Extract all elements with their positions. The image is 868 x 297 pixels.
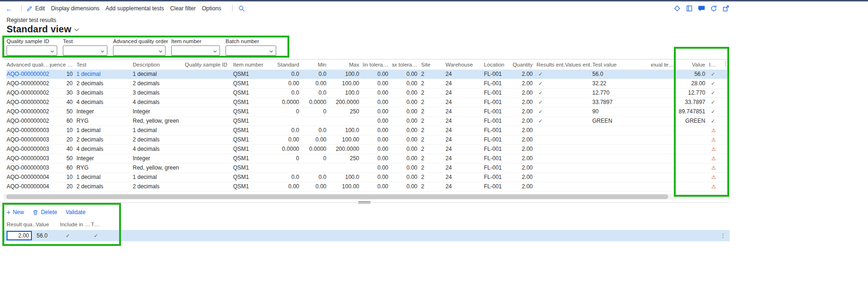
- toolbar-item-clear-filter[interactable]: Clear filter: [170, 5, 196, 12]
- register-test-results-page: ← Edit Display dimensionsAdd supplementa…: [0, 0, 868, 297]
- splitter-grip[interactable]: [358, 200, 370, 205]
- cell-aqo: AQO-000000002: [7, 107, 50, 116]
- column-header-t[interactable]: T…: [91, 222, 112, 227]
- table-row[interactable]: AQO-000000002404 decimals4 decimalsQSM10…: [7, 97, 730, 107]
- cell-aqo: AQO-000000002: [7, 79, 50, 88]
- column-header-site[interactable]: Site: [421, 62, 445, 67]
- column-header-test[interactable]: Test: [76, 62, 133, 67]
- column-header-quantity[interactable]: Quantity: [509, 62, 536, 67]
- filter-combo-advanced-quality-order[interactable]: [113, 45, 166, 56]
- cell-qsid: [185, 89, 233, 97]
- column-header-include-in[interactable]: Include in …: [60, 222, 91, 227]
- column-header-item-number[interactable]: Item number: [233, 62, 276, 67]
- cell-resent: [536, 135, 565, 144]
- table-row[interactable]: AQO-000000002303 decimals3 decimalsQSM10…: [7, 88, 730, 97]
- cell-standard: 0.0: [276, 70, 303, 79]
- cell-value: [678, 135, 709, 144]
- view-selector[interactable]: Standard view: [7, 24, 78, 35]
- test-link[interactable]: 1 decimal: [76, 70, 133, 79]
- diamond-icon[interactable]: [673, 5, 681, 13]
- grid-options-icon[interactable]: ⋮: [723, 60, 729, 67]
- cell-aqo: AQO-000000003: [7, 145, 50, 154]
- table-row[interactable]: AQO-000000002202 decimals2 decimalsQSM10…: [7, 79, 730, 88]
- cell-desc: 2 decimals: [133, 135, 185, 144]
- result-quantity-input[interactable]: 2.00: [7, 231, 32, 240]
- cell-qty: 2.00: [509, 154, 536, 163]
- cell-desc: Integer: [133, 154, 185, 163]
- filter-combo-batch-number[interactable]: [226, 45, 276, 56]
- details-row[interactable]: 2.0056.0✓✓⋮: [4, 230, 730, 241]
- column-header-standard[interactable]: Standard: [276, 62, 303, 67]
- cell-value: 28.00: [678, 79, 709, 88]
- column-header-test-value[interactable]: Test value: [592, 62, 651, 67]
- column-header-results-ent[interactable]: Results ent…: [536, 62, 565, 67]
- table-row[interactable]: AQO-00000000360RYGRed, yellow, greenQSM1…: [7, 163, 730, 172]
- column-header-value[interactable]: Value: [36, 222, 60, 227]
- column-header-max-tolera[interactable]: Max tolera…: [392, 62, 421, 67]
- column-header-advanced-quali[interactable]: Advanced quali…↑: [7, 62, 50, 67]
- cell-site: 2: [421, 126, 445, 135]
- cell-standard: 0.0000: [276, 145, 303, 154]
- table-row[interactable]: AQO-000000003101 decimal1 decimalQSM10.0…: [7, 126, 730, 135]
- column-header-location[interactable]: Location: [484, 62, 509, 67]
- column-header-sequence[interactable]: Sequence …: [50, 62, 76, 67]
- column-header-description[interactable]: Description: [133, 62, 185, 67]
- table-row[interactable]: AQO-00000000250IntegerIntegerQSM1002500.…: [7, 107, 730, 116]
- cell-min: 0.00: [303, 79, 330, 88]
- chat-icon[interactable]: [697, 5, 705, 13]
- cell-test: 2 decimals: [76, 182, 133, 191]
- pane-splitter[interactable]: [0, 202, 730, 203]
- toolbar-item-options[interactable]: Options: [202, 5, 221, 12]
- cell-qty: 2.00: [509, 145, 536, 154]
- column-header-quality-sample-id[interactable]: Quality sample ID: [185, 62, 233, 67]
- edit-button[interactable]: Edit: [26, 5, 45, 12]
- delete-button[interactable]: Delete: [32, 209, 57, 215]
- filter-combo-test[interactable]: [63, 45, 107, 56]
- search-button[interactable]: [238, 5, 245, 12]
- table-row[interactable]: AQO-000000003202 decimals2 decimalsQSM10…: [7, 135, 730, 144]
- cell-testvalue: 56.0: [592, 70, 651, 79]
- cell-desc: Red, yellow, green: [133, 117, 185, 126]
- column-header-label: Value: [692, 62, 705, 67]
- column-header-result-qua[interactable]: Result qua…: [7, 222, 36, 227]
- back-button[interactable]: ←: [6, 5, 13, 13]
- cell-maxtol: 0.00: [392, 98, 421, 107]
- column-header-min-tolera[interactable]: Min tolera…: [363, 62, 392, 67]
- cell-qty: 2.00: [509, 135, 536, 144]
- column-header-warehouse[interactable]: Warehouse: [445, 62, 484, 67]
- table-row[interactable]: AQO-000000003404 decimals4 decimalsQSM10…: [7, 144, 730, 154]
- grid-header-row: Advanced quali…↑Sequence …TestDescriptio…: [7, 59, 730, 69]
- cell-seq: 50: [50, 154, 76, 163]
- new-window-icon[interactable]: [722, 5, 730, 13]
- cell-location: FL-001: [484, 89, 509, 97]
- cell-location: FL-001: [484, 163, 509, 172]
- notebook-icon[interactable]: [685, 5, 693, 13]
- row-options-icon[interactable]: ⋮: [720, 232, 726, 239]
- toolbar-item-display-dimensions[interactable]: Display dimensions: [51, 5, 99, 12]
- toolbar-item-add-supplemental-tests[interactable]: Add supplemental tests: [106, 5, 164, 12]
- table-row[interactable]: AQO-000000004101 decimal1 decimalQSM10.0…: [7, 172, 730, 182]
- cell-desc: Red, yellow, green: [133, 163, 185, 172]
- filter-combo-quality-sample-id[interactable]: [7, 45, 57, 56]
- column-header-i[interactable]: I…: [709, 62, 721, 67]
- horizontal-scrollbar[interactable]: [4, 194, 730, 200]
- column-header-label: Min tolera…: [363, 62, 388, 67]
- refresh-icon[interactable]: [709, 5, 717, 13]
- column-header-value[interactable]: Value: [678, 62, 709, 67]
- column-header-label: Item number: [233, 62, 264, 67]
- scrollbar-thumb[interactable]: [6, 194, 668, 199]
- new-button[interactable]: + New: [7, 209, 24, 215]
- column-header-min[interactable]: Min: [303, 62, 330, 67]
- advanced-quality-order-link[interactable]: AQO-000000002: [7, 70, 50, 79]
- column-header-max[interactable]: Max: [330, 62, 363, 67]
- cell-warehouse: 24: [445, 117, 484, 126]
- cell-location: FL-001: [484, 145, 509, 154]
- table-row[interactable]: AQO-000000004202 decimals2 decimalsQSM10…: [7, 182, 730, 191]
- column-header-manual-te[interactable]: Manual te…: [651, 62, 678, 67]
- table-row[interactable]: AQO-00000000260RYGRed, yellow, greenQSM1…: [7, 116, 730, 126]
- table-row[interactable]: AQO-000000002101 decimal1 decimalQSM10.0…: [7, 69, 730, 79]
- column-header-values-ent[interactable]: Values ent…: [565, 62, 592, 67]
- filter-combo-item-number[interactable]: [171, 45, 220, 56]
- table-row[interactable]: AQO-00000000350IntegerIntegerQSM1002500.…: [7, 154, 730, 163]
- validate-button[interactable]: Validate: [66, 209, 85, 215]
